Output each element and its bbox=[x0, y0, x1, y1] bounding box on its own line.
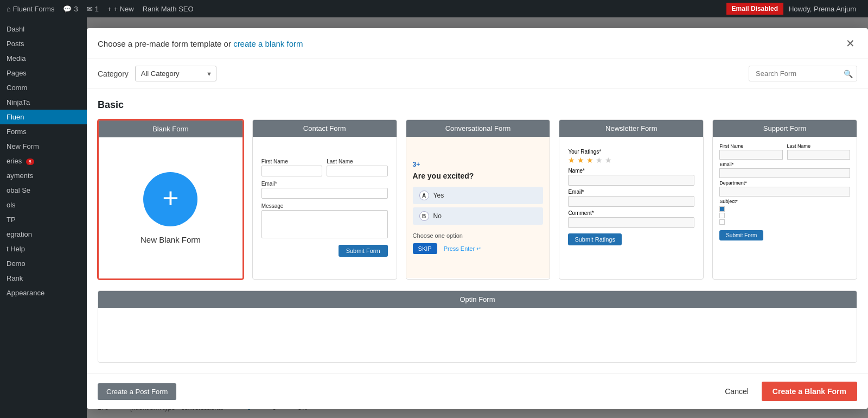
sidebar-item-new-form[interactable]: New Form bbox=[0, 139, 87, 154]
cancel-button[interactable]: Cancel bbox=[718, 383, 755, 400]
sidebar-item-entries[interactable]: eries 8 bbox=[0, 154, 87, 168]
email-label: Email* bbox=[261, 181, 388, 187]
support-subject-label: Subject* bbox=[719, 199, 850, 204]
support-dept-label: Department* bbox=[719, 180, 850, 186]
check-box-2 bbox=[719, 213, 725, 218]
blank-form-icon: + bbox=[143, 172, 197, 226]
template-card-optin[interactable]: Optin Form bbox=[98, 290, 857, 363]
sidebar-item-posts[interactable]: Posts bbox=[0, 36, 87, 51]
blank-form-header: Blank Form bbox=[99, 121, 242, 137]
support-lastname-label: Last Name bbox=[787, 143, 850, 149]
sidebar-item-integrations[interactable]: egration bbox=[0, 227, 87, 242]
email-input bbox=[261, 188, 388, 199]
modal: Choose a pre-made form template or creat… bbox=[87, 28, 868, 409]
template-grid: Blank Form + New Blank Form Contact Form bbox=[98, 119, 857, 280]
template-card-blank[interactable]: Blank Form + New Blank Form bbox=[98, 119, 244, 280]
sidebar-item-dashboard[interactable]: Dashl bbox=[0, 22, 87, 36]
page-layout: Dashl Posts Media Pages Comm NinjaTa Flu… bbox=[0, 17, 868, 418]
sidebar-item-payments[interactable]: ayments bbox=[0, 168, 87, 183]
search-form-input[interactable] bbox=[749, 66, 857, 81]
support-form-body: First Name Last Name Email* bbox=[713, 137, 857, 278]
newsletter-email-label: Email* bbox=[568, 189, 694, 195]
star-rating: ★ ★ ★ ★ ★ bbox=[568, 156, 694, 164]
conv-form-header: Conversational Form bbox=[406, 120, 550, 137]
optin-form-body bbox=[98, 308, 857, 362]
sidebar-item-appearance[interactable]: Appearance bbox=[0, 286, 87, 300]
support-check-2 bbox=[719, 213, 850, 218]
sidebar: Dashl Posts Media Pages Comm NinjaTa Flu… bbox=[0, 17, 87, 418]
sidebar-item-tools[interactable]: ols bbox=[0, 198, 87, 212]
template-card-support[interactable]: Support Form First Name bbox=[712, 119, 857, 280]
template-card-contact[interactable]: Contact Form First Name bbox=[252, 119, 397, 280]
firstname-label: First Name bbox=[261, 159, 322, 164]
firstname-input bbox=[261, 166, 322, 176]
contact-message-field: Message bbox=[261, 203, 388, 238]
sidebar-item-fluent[interactable]: Fluen bbox=[0, 110, 87, 124]
sidebar-item-forms[interactable]: Forms bbox=[0, 124, 87, 139]
conv-option-a-letter: A bbox=[419, 191, 429, 200]
modal-filter-bar: Category All Category Basic E-commerce M… bbox=[87, 59, 868, 88]
create-post-form-button[interactable]: Create a Post Form bbox=[98, 383, 176, 400]
support-checkboxes bbox=[719, 206, 850, 225]
support-check-1 bbox=[719, 206, 850, 212]
conv-form-body: 3+ Are you excited? A Yes B No bbox=[406, 137, 550, 278]
comment-icon: 💬 bbox=[63, 5, 72, 13]
contact-email-row: Email* bbox=[261, 181, 388, 199]
modal-close-button[interactable]: ✕ bbox=[844, 37, 857, 50]
sidebar-item-media[interactable]: Media bbox=[0, 51, 87, 66]
template-card-newsletter[interactable]: Newsletter Form Your Ratings* ★ ★ ★ ★ bbox=[559, 119, 704, 280]
template-card-conversational[interactable]: Conversational Form 3+ Are you excited? … bbox=[406, 119, 551, 280]
contact-submit-btn: Submit Form bbox=[339, 245, 388, 257]
star-3: ★ bbox=[586, 156, 593, 164]
comments-item[interactable]: 💬 3 bbox=[63, 5, 78, 13]
conv-footer: SKIP Press Enter ↵ bbox=[413, 243, 544, 254]
lastname-label: Last Name bbox=[327, 159, 387, 164]
conv-enter-hint: Press Enter ↵ bbox=[444, 245, 482, 252]
newsletter-comment-label: Comment* bbox=[568, 210, 694, 216]
sidebar-item-help[interactable]: t Help bbox=[0, 242, 87, 256]
message-label: Message bbox=[261, 203, 388, 209]
support-firstname-field: First Name bbox=[719, 143, 782, 160]
category-label: Category bbox=[98, 69, 129, 78]
newsletter-form-header: Newsletter Form bbox=[559, 120, 703, 137]
star-5: ★ bbox=[605, 156, 612, 164]
sidebar-item-comments[interactable]: Comm bbox=[0, 80, 87, 95]
sidebar-item-demo[interactable]: Demo bbox=[0, 256, 87, 271]
sidebar-item-ninja[interactable]: NinjaTa bbox=[0, 95, 87, 110]
support-preview: First Name Last Name Email* bbox=[719, 143, 850, 240]
new-item[interactable]: + + New bbox=[107, 5, 134, 13]
create-blank-link[interactable]: create a blank form bbox=[233, 39, 303, 48]
search-submit-button[interactable]: 🔍 bbox=[844, 69, 853, 78]
support-lastname-field: Last Name bbox=[787, 143, 850, 160]
conv-question: Are you excited? bbox=[413, 172, 544, 180]
sidebar-item-rank[interactable]: Rank bbox=[0, 271, 87, 286]
email-disabled-badge[interactable]: Email Disabled bbox=[726, 3, 783, 15]
newsletter-form-body: Your Ratings* ★ ★ ★ ★ ★ Name* bbox=[559, 137, 703, 278]
blank-form-label: New Blank Form bbox=[141, 235, 201, 244]
message-textarea bbox=[261, 210, 388, 238]
footer-right: Cancel Create a Blank Form bbox=[718, 382, 857, 401]
newsletter-email-input bbox=[568, 196, 694, 207]
message-icon: ✉ bbox=[87, 5, 93, 13]
support-email-input bbox=[719, 168, 850, 178]
sidebar-item-global[interactable]: obal Se bbox=[0, 183, 87, 198]
search-form-wrap: 🔍 bbox=[749, 66, 857, 81]
check-box-3 bbox=[719, 219, 725, 225]
site-name-item[interactable]: ⌂ Fluent Forms bbox=[7, 5, 54, 13]
modal-header-text: Choose a pre-made form template or creat… bbox=[98, 39, 303, 48]
conv-option-b-letter: B bbox=[419, 211, 429, 221]
conv-option-b: B No bbox=[413, 207, 544, 225]
sidebar-item-smtp[interactable]: TP bbox=[0, 212, 87, 227]
rank-math-item[interactable]: Rank Math SEO bbox=[143, 5, 194, 13]
category-select[interactable]: All Category Basic E-commerce Marketing … bbox=[135, 66, 216, 81]
admin-bar: ⌂ Fluent Forms 💬 3 ✉ 1 + + New Rank Math… bbox=[0, 0, 868, 17]
sidebar-item-pages[interactable]: Pages bbox=[0, 66, 87, 80]
support-submit-btn: Submit Form bbox=[719, 230, 763, 240]
create-blank-form-button[interactable]: Create a Blank Form bbox=[762, 382, 857, 401]
contact-form-body: First Name Last Name bbox=[253, 137, 397, 278]
newsletter-preview: Your Ratings* ★ ★ ★ ★ ★ Name* bbox=[568, 145, 694, 245]
messages-item[interactable]: ✉ 1 bbox=[87, 5, 99, 13]
contact-lastname-field: Last Name bbox=[327, 159, 387, 176]
contact-message-row: Message bbox=[261, 203, 388, 238]
contact-form-header: Contact Form bbox=[253, 120, 397, 137]
